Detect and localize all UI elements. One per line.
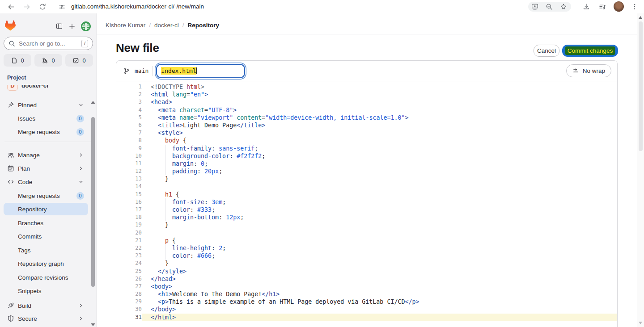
sidebar-item-plan[interactable]: Plan xyxy=(4,162,88,175)
sidebar-item-repository[interactable]: Repository xyxy=(4,203,88,215)
reload-icon[interactable] xyxy=(38,2,47,12)
sidebar-item-project[interactable]: D docker-ci xyxy=(4,85,88,92)
code-line[interactable]: 17 color: #333; xyxy=(116,206,617,214)
line-number: 4 xyxy=(116,106,142,114)
sidebar-item-code[interactable]: Code xyxy=(4,176,88,188)
forward-icon[interactable] xyxy=(22,2,32,12)
sidebar-item-commits[interactable]: Commits xyxy=(4,230,88,243)
code-line[interactable]: 26</head> xyxy=(116,275,617,283)
sidebar-item-merge-requests[interactable]: Merge requests0 xyxy=(4,189,88,202)
url-text[interactable]: gitlab.com/tha.kishorekumar/docker-ci/-/… xyxy=(71,3,204,10)
back-icon[interactable] xyxy=(6,2,16,12)
line-number: 17 xyxy=(116,206,142,214)
indent-guide xyxy=(151,152,151,160)
code-line[interactable]: 25 </style> xyxy=(116,268,617,275)
code-line[interactable]: 28 <h1>Welcome to the Demo Page!</h1> xyxy=(116,290,617,298)
branch-name[interactable]: main xyxy=(135,67,148,74)
sidebar-item-issues[interactable]: Issues0 xyxy=(4,112,88,125)
merge-requests-count-pill[interactable]: 0 xyxy=(34,54,62,67)
code-line[interactable]: 10 background-color: #f2f2f2; xyxy=(116,152,617,160)
line-number: 16 xyxy=(116,198,142,206)
sidebar-item-pinned[interactable]: Pinned xyxy=(4,99,88,111)
cancel-button[interactable]: Cancel xyxy=(534,45,559,57)
search-input[interactable]: Search or go to... / xyxy=(4,37,93,50)
browser-profile-avatar[interactable] xyxy=(614,1,624,12)
sidebar-toggle-icon[interactable] xyxy=(55,22,63,30)
line-number: 10 xyxy=(116,152,142,160)
code-line[interactable]: 24 } xyxy=(116,260,617,267)
sidebar-item-manage[interactable]: Manage xyxy=(4,149,88,161)
breadcrumb-item[interactable]: Kishore Kumar xyxy=(106,22,145,29)
code-line[interactable]: 31</html> xyxy=(116,314,617,321)
code-editor[interactable]: 1<!DOCTYPE html>2<html lang="en">3<head>… xyxy=(116,81,617,327)
sidebar-item-label: Merge requests xyxy=(18,129,60,135)
code-line[interactable]: 11 margin: 0; xyxy=(116,160,617,168)
sidebar-item-secure[interactable]: Secure xyxy=(4,312,88,325)
user-identicon-avatar[interactable] xyxy=(80,21,91,32)
code-line[interactable]: 29 <p>This is a simple example of an HTM… xyxy=(116,298,617,306)
code-line[interactable]: 3<head> xyxy=(116,98,617,106)
code-line[interactable]: 5 <meta name="viewport" content="width=d… xyxy=(116,114,617,122)
sidebar-item-snippets[interactable]: Snippets xyxy=(4,285,88,297)
sidebar-item-branches[interactable]: Branches xyxy=(4,217,88,229)
sidebar-scrollbar[interactable] xyxy=(90,88,96,327)
page-scroll-up-arrow[interactable] xyxy=(639,16,642,19)
code-line[interactable]: 18 margin-bottom: 12px; xyxy=(116,214,617,221)
create-new-icon[interactable] xyxy=(68,22,76,30)
filename-input[interactable]: index.html xyxy=(156,64,245,78)
sidebar-item-label: Build xyxy=(18,302,31,309)
site-info-icon[interactable] xyxy=(57,2,67,12)
code-line[interactable]: 7 <style> xyxy=(116,129,617,137)
scroll-up-arrow[interactable] xyxy=(91,101,95,104)
code-line[interactable]: 23 color: #666; xyxy=(116,252,617,260)
sidebar-item-tags[interactable]: Tags xyxy=(4,244,88,256)
sidebar-item-merge-requests[interactable]: Merge requests0 xyxy=(4,126,88,138)
scroll-down-arrow[interactable] xyxy=(91,323,95,326)
code-line[interactable]: 22 line-height: 2; xyxy=(116,244,617,252)
zoom-out-icon[interactable] xyxy=(544,2,554,12)
code-line[interactable]: 19 } xyxy=(116,221,617,229)
sidebar-item-repository-graph[interactable]: Repository graph xyxy=(4,257,88,270)
code-line[interactable]: 1<!DOCTYPE html> xyxy=(116,83,617,91)
media-list-icon[interactable] xyxy=(597,2,607,12)
browser-menu-icon[interactable] xyxy=(630,2,640,12)
sidebar-item-compare-revisions[interactable]: Compare revisions xyxy=(4,271,88,284)
code-line[interactable]: 14 xyxy=(116,183,617,190)
code-line[interactable]: 9 font-family: sans-serif; xyxy=(116,145,617,152)
text-caret xyxy=(196,67,197,74)
sidebar-item-label: Manage xyxy=(18,152,40,159)
code-line[interactable]: 21 p { xyxy=(116,237,617,244)
code-line[interactable]: 27<body> xyxy=(116,283,617,290)
code-line[interactable]: 15 h1 { xyxy=(116,191,617,198)
line-number: 20 xyxy=(116,229,142,237)
breadcrumb-item[interactable]: Repository xyxy=(188,22,220,29)
search-placeholder: Search or go to... xyxy=(19,40,81,47)
sidebar-scrollbar-thumb[interactable] xyxy=(91,117,95,287)
issues-count-pill[interactable]: 0 xyxy=(4,54,31,67)
code-line[interactable]: 2<html lang="en"> xyxy=(116,91,617,98)
breadcrumb-item[interactable]: docker-ci xyxy=(154,22,179,29)
commit-changes-button[interactable]: Commit changes xyxy=(562,45,618,57)
page-scroll-down-arrow[interactable] xyxy=(639,322,642,324)
no-wrap-button[interactable]: No wrap xyxy=(566,64,611,77)
page-scrollbar[interactable] xyxy=(637,13,644,327)
code-line[interactable]: 6 <title>Light Demo Page</title> xyxy=(116,122,617,129)
main-content: Kishore Kumar/docker-ci/Repository New f… xyxy=(97,13,644,327)
code-line[interactable]: 16 font-size: 3em; xyxy=(116,198,617,206)
todos-count-pill[interactable]: 0 xyxy=(65,54,93,67)
code-line[interactable]: 4 <meta charset="UTF-8"> xyxy=(116,106,617,114)
line-number: 19 xyxy=(116,221,142,229)
code-line[interactable]: 8 body { xyxy=(116,137,617,144)
sidebar-item-label: Secure xyxy=(18,315,37,322)
sidebar-item-label: Issues xyxy=(18,115,35,122)
download-icon[interactable] xyxy=(581,2,591,12)
code-line[interactable]: 12 padding: 20px; xyxy=(116,168,617,175)
code-line[interactable]: 13 } xyxy=(116,175,617,183)
bookmark-star-icon[interactable] xyxy=(559,2,568,12)
sidebar-item-build[interactable]: Build xyxy=(4,299,88,312)
gitlab-logo-icon[interactable] xyxy=(5,20,16,31)
code-line[interactable]: 20 xyxy=(116,229,617,237)
code-line[interactable]: 30</body> xyxy=(116,306,617,313)
install-icon[interactable] xyxy=(530,2,540,12)
page-scrollbar-thumb[interactable] xyxy=(639,21,643,151)
